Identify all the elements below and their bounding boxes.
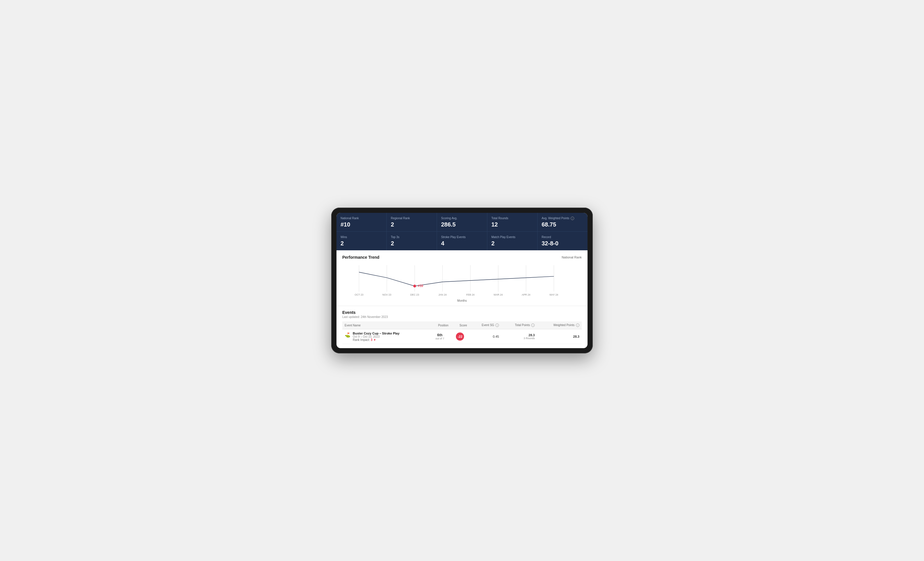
stat-match-play: Match Play Events 2 — [487, 232, 537, 250]
event-name-cell: ⛳ Buster Cozy Cup – Stroke Play Oct 9 – … — [342, 329, 429, 344]
stat-record-value: 32-8-0 — [542, 240, 584, 247]
events-table: Event Name Position Score Event SG i Tot… — [342, 322, 582, 344]
stat-regional-rank-value: 2 — [391, 221, 433, 228]
score-badge: -22 — [456, 332, 464, 341]
stat-scoring-avg-value: 286.5 — [441, 221, 483, 228]
events-table-header-row: Event Name Position Score Event SG i Tot… — [342, 322, 582, 329]
stat-regional-rank-label: Regional Rank — [391, 216, 433, 220]
col-position: Position — [429, 322, 451, 329]
position-sub: out of 7 — [431, 337, 448, 340]
perf-title: Performance Trend — [342, 255, 380, 260]
stat-record-label: Record — [542, 235, 584, 239]
weighted-points-info-icon: i — [576, 323, 579, 327]
rank-impact: Rank Impact: 3 ▼ — [353, 338, 399, 341]
total-points-main: 28.3 — [504, 334, 535, 337]
svg-text:MAR 24: MAR 24 — [494, 293, 502, 296]
weighted-points-cell: 28.3 — [537, 329, 582, 344]
stat-regional-rank: Regional Rank 2 — [387, 213, 437, 232]
stat-total-rounds-value: 12 — [491, 221, 533, 228]
tablet-screen: National Rank #10 Regional Rank 2 Scorin… — [336, 213, 588, 349]
svg-text:#10: #10 — [418, 284, 423, 287]
total-points-cell: 28.3 3 Rounds — [501, 329, 537, 344]
svg-text:JAN 24: JAN 24 — [438, 293, 447, 296]
tablet-frame: National Rank #10 Regional Rank 2 Scorin… — [331, 208, 593, 354]
position-main: 6th — [431, 333, 448, 337]
event-sg-info-icon: i — [495, 323, 499, 327]
col-event-sg: Event SG i — [469, 322, 501, 329]
svg-text:FEB 24: FEB 24 — [466, 293, 474, 296]
svg-text:APR 24: APR 24 — [522, 293, 531, 296]
rank-arrow-down-icon: ▼ — [373, 338, 376, 341]
stat-total-rounds: Total Rounds 12 — [487, 213, 537, 232]
total-points-info-icon: i — [531, 323, 535, 327]
stat-top3s: Top 3s 2 — [387, 232, 437, 250]
events-last-updated: Last updated: 24th November 2023 — [342, 315, 582, 319]
stat-national-rank-label: National Rank — [340, 216, 382, 220]
col-total-points: Total Points i — [501, 322, 537, 329]
stats-header: National Rank #10 Regional Rank 2 Scorin… — [336, 213, 588, 250]
svg-text:OCT 23: OCT 23 — [354, 293, 363, 296]
stat-match-play-label: Match Play Events — [491, 235, 533, 239]
stat-wins-value: 2 — [340, 240, 382, 247]
perf-label: National Rank — [562, 256, 582, 259]
stat-record: Record 32-8-0 — [537, 232, 588, 250]
events-title: Events — [342, 310, 582, 315]
total-points-sub: 3 Rounds — [504, 337, 535, 340]
col-score: Score — [451, 322, 469, 329]
svg-point-9 — [413, 284, 416, 287]
svg-text:MAY 24: MAY 24 — [549, 293, 558, 296]
col-weighted-points: Weighted Points i — [537, 322, 582, 329]
performance-chart: #10 OCT 23 NOV 23 DEC 23 JAN 24 FEB 24 M… — [342, 263, 582, 298]
stat-wins: Wins 2 — [336, 232, 387, 250]
stat-scoring-avg: Scoring Avg. 286.5 — [437, 213, 487, 232]
stats-row-top: National Rank #10 Regional Rank 2 Scorin… — [336, 213, 588, 232]
event-date: Oct 9 – Oct 10, 2023 — [353, 335, 399, 338]
stat-scoring-avg-label: Scoring Avg. — [441, 216, 483, 220]
table-row: ⛳ Buster Cozy Cup – Stroke Play Oct 9 – … — [342, 329, 582, 344]
stat-national-rank-value: #10 — [340, 221, 382, 228]
stat-national-rank: National Rank #10 — [336, 213, 387, 232]
perf-header: Performance Trend National Rank — [342, 255, 582, 260]
svg-text:DEC 23: DEC 23 — [410, 293, 419, 296]
months-label: Months — [342, 299, 582, 302]
events-section: Events Last updated: 24th November 2023 … — [336, 306, 588, 348]
stat-top3s-label: Top 3s — [391, 235, 433, 239]
svg-text:NOV 23: NOV 23 — [382, 293, 392, 296]
stat-avg-weighted-label: Avg. Weighted Points i — [542, 216, 584, 220]
golf-icon: ⛳ — [345, 332, 350, 338]
chart-area: #10 OCT 23 NOV 23 DEC 23 JAN 24 FEB 24 M… — [342, 263, 582, 298]
stat-total-rounds-label: Total Rounds — [491, 216, 533, 220]
rank-impact-num: 3 — [371, 338, 372, 341]
stat-avg-weighted: Avg. Weighted Points i 68.75 — [537, 213, 588, 232]
performance-section: Performance Trend National Rank — [336, 250, 588, 306]
stat-top3s-value: 2 — [391, 240, 433, 247]
event-name-text: Buster Cozy Cup – Stroke Play — [353, 332, 399, 335]
stat-wins-label: Wins — [340, 235, 382, 239]
stat-stroke-play-label: Stroke Play Events — [441, 235, 483, 239]
col-event-name: Event Name — [342, 322, 429, 329]
stats-row-bottom: Wins 2 Top 3s 2 Stroke Play Events 4 Mat… — [336, 232, 588, 250]
avg-weighted-info-icon: i — [571, 217, 574, 220]
stat-stroke-play: Stroke Play Events 4 — [437, 232, 487, 250]
event-sg-cell: 0.45 — [469, 329, 501, 344]
score-cell: -22 — [451, 329, 469, 344]
stat-match-play-value: 2 — [491, 240, 533, 247]
rank-impact-label: Rank Impact: — [353, 338, 370, 341]
stat-stroke-play-value: 4 — [441, 240, 483, 247]
position-cell: 6th out of 7 — [429, 329, 451, 344]
stat-avg-weighted-value: 68.75 — [542, 221, 584, 228]
